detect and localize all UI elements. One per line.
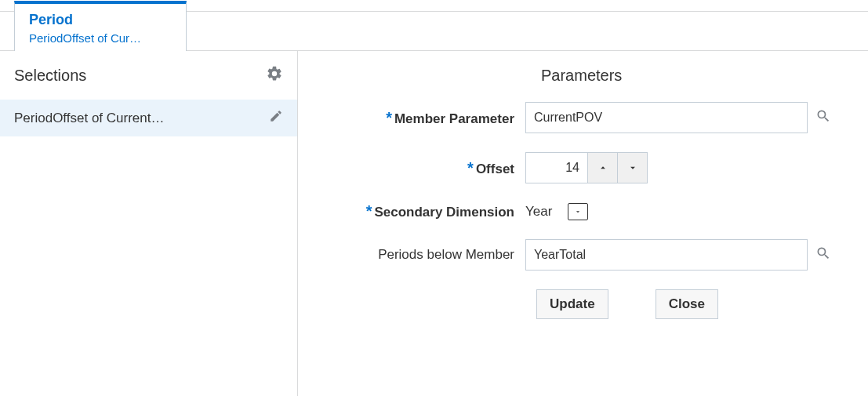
selection-item-label: PeriodOffset of Current… — [14, 111, 165, 126]
secondary-dimension-value: Year — [525, 204, 552, 220]
gear-icon[interactable] — [266, 65, 283, 85]
selections-heading: Selections — [14, 67, 86, 85]
periods-below-member-input[interactable] — [525, 239, 808, 271]
offset-input[interactable] — [526, 153, 587, 183]
offset-label: *Offset — [321, 159, 525, 177]
offset-stepper — [525, 152, 648, 183]
close-button[interactable]: Close — [656, 289, 718, 319]
search-icon[interactable] — [815, 108, 831, 127]
offset-increment-button[interactable] — [587, 153, 617, 183]
update-button[interactable]: Update — [536, 289, 608, 319]
tab-period[interactable]: Period PeriodOffset of Cur… — [14, 1, 187, 51]
offset-decrement-button[interactable] — [617, 153, 647, 183]
search-icon[interactable] — [815, 245, 831, 264]
parameters-heading: Parameters — [541, 67, 844, 85]
secondary-dimension-label: *Secondary Dimension — [321, 202, 525, 220]
tab-title: Period — [29, 12, 172, 28]
member-parameter-input[interactable] — [525, 102, 808, 133]
parameters-panel: Parameters *Member Parameter *Offset — [298, 51, 868, 396]
tab-subtitle: PeriodOffset of Cur… — [29, 31, 172, 45]
pencil-icon[interactable] — [269, 109, 283, 127]
selection-item[interactable]: PeriodOffset of Current… — [0, 100, 297, 136]
periods-below-member-label: Periods below Member — [321, 247, 525, 263]
secondary-dimension-dropdown[interactable] — [568, 203, 588, 220]
selections-panel: Selections PeriodOffset of Current… — [0, 51, 298, 396]
member-parameter-label: *Member Parameter — [321, 109, 525, 127]
